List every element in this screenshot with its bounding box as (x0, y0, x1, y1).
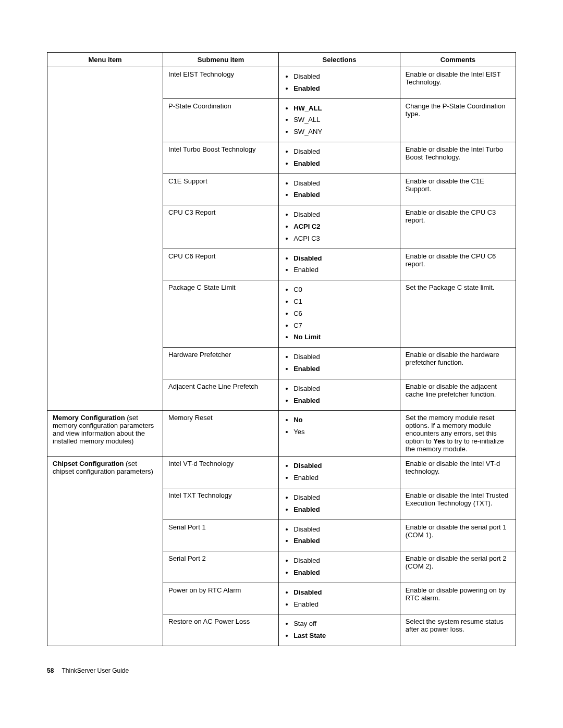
selection-option: Enabled (293, 364, 395, 375)
header-comments: Comments (400, 53, 516, 67)
submenu-item-cell: Intel Turbo Boost Technology (163, 142, 279, 174)
comments-cell: Enable or disable the Intel Turbo Boost … (400, 142, 516, 174)
header-menu-item: Menu item (47, 53, 163, 67)
submenu-item-cell: CPU C3 Report (163, 205, 279, 249)
selection-option: Enabled (293, 396, 395, 406)
selection-option: Disabled (293, 146, 395, 157)
comments-cell: Enable or disable the Intel Trusted Exec… (400, 488, 516, 520)
selection-option: Enabled (293, 83, 395, 94)
menu-item-cell: Chipset Configuration (set chipset confi… (47, 456, 163, 646)
selections-cell: NoYes (279, 411, 400, 456)
selection-option: Disabled (293, 556, 395, 566)
selection-option: Enabled (293, 504, 395, 515)
selections-cell: DisabledEnabled (279, 520, 400, 551)
selection-option: No Limit (293, 332, 395, 343)
comments-cell: Enable or disable the Intel VT-d technol… (400, 456, 516, 488)
selection-option: Enabled (293, 599, 395, 610)
selection-option: C6 (293, 309, 395, 319)
submenu-item-cell: Restore on AC Power Loss (163, 614, 279, 646)
comments-cell: Enable or disable the serial port 2 (COM… (400, 551, 516, 583)
comments-cell: Enable or disable the Intel EIST Technol… (400, 67, 516, 99)
selections-cell: HW_ALLSW_ALLSW_ANY (279, 98, 400, 142)
submenu-item-cell: Package C State Limit (163, 280, 279, 348)
selection-option: Disabled (293, 461, 395, 472)
footer-title: ThinkServer User Guide (62, 667, 129, 674)
submenu-item-cell: C1E Support (163, 174, 279, 205)
menu-item-cell (47, 67, 163, 411)
bios-settings-table: Menu item Submenu item Selections Commen… (47, 52, 516, 646)
menu-item-title: Memory Configuration (53, 414, 125, 422)
selection-option: SW_ALL (293, 115, 395, 126)
comments-cell: Set the memory module reset options. If … (400, 411, 516, 456)
selection-option: Last State (293, 631, 395, 641)
comments-cell: Set the Package C state limit. (400, 280, 516, 348)
submenu-item-cell: P-State Coordination (163, 98, 279, 142)
selection-option: Disabled (293, 352, 395, 363)
comments-cell: Select the system resume status after ac… (400, 614, 516, 646)
page-number: 58 (47, 667, 54, 674)
selections-cell: DisabledEnabled (279, 174, 400, 205)
selections-cell: DisabledEnabled (279, 142, 400, 174)
selection-option: Yes (293, 427, 395, 438)
submenu-item-cell: Serial Port 2 (163, 551, 279, 583)
selection-option: ACPI C3 (293, 233, 395, 244)
selections-cell: DisabledEnabled (279, 348, 400, 379)
selection-option: C1 (293, 297, 395, 307)
selection-option: Disabled (293, 209, 395, 220)
selection-option: Disabled (293, 587, 395, 598)
table-row: Memory Configuration (set memory configu… (47, 411, 516, 456)
selection-option: Disabled (293, 384, 395, 394)
table-header-row: Menu item Submenu item Selections Commen… (47, 53, 516, 67)
selection-option: C7 (293, 320, 395, 331)
submenu-item-cell: CPU C6 Report (163, 249, 279, 280)
comments-cell: Enable or disable the CPU C3 report. (400, 205, 516, 249)
selection-option: SW_ANY (293, 127, 395, 138)
page-footer: 58 ThinkServer User Guide (47, 667, 516, 674)
selection-option: No (293, 415, 395, 426)
submenu-item-cell: Power on by RTC Alarm (163, 583, 279, 614)
submenu-item-cell: Hardware Prefetcher (163, 348, 279, 379)
selection-option: Disabled (293, 492, 395, 503)
selection-option: Enabled (293, 158, 395, 169)
comments-cell: Enable or disable the serial port 1 (COM… (400, 520, 516, 551)
comments-cell: Enable or disable the CPU C6 report. (400, 249, 516, 280)
comments-cell: Enable or disable the C1E Support. (400, 174, 516, 205)
submenu-item-cell: Memory Reset (163, 411, 279, 456)
selection-option: ACPI C2 (293, 221, 395, 232)
selections-cell: Stay offLast State (279, 614, 400, 646)
selections-cell: DisabledEnabled (279, 379, 400, 411)
menu-item-cell: Memory Configuration (set memory configu… (47, 411, 163, 456)
selections-cell: DisabledEnabled (279, 583, 400, 614)
selections-cell: DisabledEnabled (279, 488, 400, 520)
selection-option: Stay off (293, 619, 395, 630)
header-submenu-item: Submenu item (163, 53, 279, 67)
selection-option: C0 (293, 285, 395, 295)
selection-option: Enabled (293, 473, 395, 484)
header-selections: Selections (279, 53, 400, 67)
selection-option: Disabled (293, 71, 395, 82)
selection-option: Enabled (293, 265, 395, 276)
submenu-item-cell: Intel TXT Technology (163, 488, 279, 520)
selection-option: Enabled (293, 190, 395, 201)
selections-cell: C0C1C6C7No Limit (279, 280, 400, 348)
table-row: Intel EIST TechnologyDisabledEnabledEnab… (47, 67, 516, 99)
selection-option: Disabled (293, 524, 395, 535)
selections-cell: DisabledEnabled (279, 456, 400, 488)
submenu-item-cell: Adjacent Cache Line Prefetch (163, 379, 279, 411)
comments-cell: Enable or disable the adjacent cache lin… (400, 379, 516, 411)
selection-option: Enabled (293, 567, 395, 578)
table-row: Chipset Configuration (set chipset confi… (47, 456, 516, 488)
menu-item-title: Chipset Configuration (53, 460, 124, 467)
selection-option: Enabled (293, 536, 395, 547)
selections-cell: DisabledACPI C2ACPI C3 (279, 205, 400, 249)
submenu-item-cell: Intel EIST Technology (163, 67, 279, 99)
selections-cell: DisabledEnabled (279, 67, 400, 99)
submenu-item-cell: Serial Port 1 (163, 520, 279, 551)
comments-cell: Change the P-State Coordination type. (400, 98, 516, 142)
comments-cell: Enable or disable the hardware prefetche… (400, 348, 516, 379)
selections-cell: DisabledEnabled (279, 551, 400, 583)
comments-cell: Enable or disable powering on by RTC ala… (400, 583, 516, 614)
selection-option: Disabled (293, 253, 395, 264)
submenu-item-cell: Intel VT-d Technology (163, 456, 279, 488)
selection-option: Disabled (293, 178, 395, 189)
